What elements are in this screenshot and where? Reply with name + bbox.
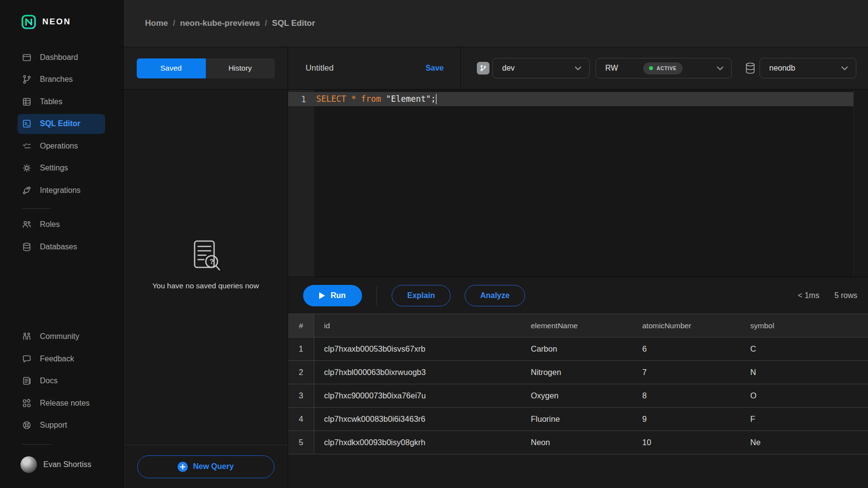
table-header-row: # id elementName atomicNumber symbol <box>288 314 868 338</box>
new-query-button[interactable]: New Query <box>137 455 274 478</box>
no-queries-icon: ? <box>190 240 221 274</box>
sidebar-item-roles[interactable]: Roles <box>18 215 105 235</box>
analyze-button[interactable]: Analyze <box>465 285 525 306</box>
settings-gear-icon <box>22 163 32 173</box>
compute-status-text: ACTIVE <box>656 66 676 71</box>
text-cursor <box>436 94 437 104</box>
run-button[interactable]: Run <box>303 285 362 306</box>
chevron-down-icon <box>841 64 848 73</box>
table-cell: clp7hxbl000063b0ixrwuogb3 <box>314 361 521 384</box>
database-icon <box>745 62 756 74</box>
sidebar-divider <box>22 208 51 209</box>
sidebar-item-sql-editor[interactable]: SQL Editor <box>18 114 105 134</box>
table-row[interactable]: 1clp7hxaxb00053b0isvs67xrbCarbon6C <box>288 338 868 361</box>
query-title-section: Untitled Save <box>288 47 461 89</box>
branch-select[interactable]: dev <box>492 58 590 78</box>
query-stats: < 1ms 5 rows <box>798 291 857 300</box>
row-number: 3 <box>288 384 314 407</box>
table-row[interactable]: 4clp7hxcwk00083b0i6i3463r6Fluorine9F <box>288 408 868 431</box>
editor-scrollbar-gutter[interactable] <box>853 90 868 277</box>
table-row[interactable]: 5clp7hxdkx00093b0isy08gkrhNeon10Ne <box>288 431 868 454</box>
toolbar-divider <box>377 286 377 305</box>
breadcrumb: Home / neon-kube-previews / SQL Editor <box>124 0 868 47</box>
segmented-control: Saved History <box>137 58 275 78</box>
table-cell: Ne <box>741 431 868 454</box>
sidebar-item-databases[interactable]: Databases <box>18 237 105 257</box>
breadcrumb-separator: / <box>173 19 175 28</box>
sidebar-item-dashboard[interactable]: Dashboard <box>18 47 105 67</box>
query-row-count: 5 rows <box>834 291 857 300</box>
integrations-icon <box>22 186 32 195</box>
table-row[interactable]: 2clp7hxbl000063b0ixrwuogb3Nitrogen7N <box>288 361 868 384</box>
sidebar-item-feedback[interactable]: Feedback <box>18 349 105 369</box>
table-cell: 6 <box>633 338 741 360</box>
sidebar-item-branches[interactable]: Branches <box>18 70 105 90</box>
breadcrumb-project[interactable]: neon-kube-previews <box>180 19 260 28</box>
sidebar-item-community[interactable]: Community <box>18 327 105 347</box>
tab-history[interactable]: History <box>206 58 275 78</box>
query-header: Untitled Save dev RW ACTIVE <box>288 47 868 89</box>
results-body: 1clp7hxaxb00053b0isvs67xrbCarbon6C2clp7h… <box>288 338 868 454</box>
compute-select[interactable]: RW ACTIVE <box>596 58 732 78</box>
databases-icon <box>22 242 32 252</box>
user-avatar <box>20 456 37 473</box>
sidebar-item-settings[interactable]: Settings <box>18 158 105 178</box>
column-header-atomicNumber: atomicNumber <box>633 314 741 337</box>
table-cell: Fluorine <box>521 408 633 431</box>
breadcrumb-separator: / <box>265 19 267 28</box>
sidebar-item-label: Release notes <box>40 399 90 408</box>
table-cell: N <box>741 361 868 384</box>
row-number: 2 <box>288 361 314 384</box>
editor-gutter <box>288 90 314 277</box>
plus-icon <box>178 462 188 472</box>
row-number: 5 <box>288 431 314 454</box>
table-row[interactable]: 3clp7hxc9000073b0ixa76ei7uOxygen8O <box>288 384 868 408</box>
code-text: SELECT * from "Element"; <box>314 94 436 105</box>
sql-keyword-text: SELECT * from <box>316 94 386 104</box>
row-number: 1 <box>288 338 314 360</box>
table-cell: clp7hxcwk00083b0i6i3463r6 <box>314 408 521 431</box>
saved-history-tabs: Saved History <box>124 47 288 89</box>
sidebar-item-tables[interactable]: Tables <box>18 92 105 112</box>
table-cell: 7 <box>633 361 741 384</box>
neon-logo[interactable]: NEON <box>0 15 123 29</box>
compute-select-value: RW <box>605 64 618 73</box>
sql-string-text: "Element"; <box>386 94 435 104</box>
app-root: NEON Dashboard Branches Tables <box>0 0 868 488</box>
tab-saved[interactable]: Saved <box>137 58 206 78</box>
sidebar-item-label: Docs <box>40 376 57 385</box>
table-cell: C <box>741 338 868 360</box>
sidebar-item-release-notes[interactable]: Release notes <box>18 393 105 413</box>
chevron-down-icon <box>575 64 581 73</box>
user-name: Evan Shortiss <box>43 460 91 469</box>
active-status-dot <box>649 66 653 70</box>
brand-wordmark: NEON <box>42 17 71 27</box>
query-title: Untitled <box>306 63 334 73</box>
sidebar: NEON Dashboard Branches Tables <box>0 0 124 488</box>
sidebar-item-operations[interactable]: Operations <box>18 136 105 156</box>
content-row: ? You have no saved queries now New Quer… <box>124 90 868 488</box>
breadcrumb-home[interactable]: Home <box>145 19 168 28</box>
chevron-down-icon <box>717 64 723 73</box>
user-menu[interactable]: Evan Shortiss <box>20 454 123 475</box>
row-number: 4 <box>288 408 314 431</box>
column-header-id: id <box>314 314 521 337</box>
saved-queries-panel: ? You have no saved queries now New Quer… <box>124 90 288 488</box>
sidebar-item-label: Community <box>40 332 79 341</box>
sql-editor-icon <box>22 119 32 129</box>
active-code-line[interactable]: 1 SELECT * from "Element"; <box>288 92 853 106</box>
query-duration: < 1ms <box>798 291 819 300</box>
sidebar-item-integrations[interactable]: Integrations <box>18 180 105 200</box>
sidebar-item-support[interactable]: Support <box>18 415 105 435</box>
sql-code-editor[interactable]: 1 SELECT * from "Element"; <box>288 90 868 277</box>
save-button[interactable]: Save <box>426 64 444 73</box>
table-cell: F <box>741 408 868 431</box>
table-cell: 9 <box>633 408 741 431</box>
operations-icon <box>22 141 32 151</box>
database-select[interactable]: neondb <box>760 58 856 78</box>
explain-button[interactable]: Explain <box>392 285 451 306</box>
sidebar-divider <box>22 444 51 445</box>
table-cell: Oxygen <box>521 384 633 407</box>
table-cell: O <box>741 384 868 407</box>
sidebar-item-docs[interactable]: Docs <box>18 371 105 391</box>
